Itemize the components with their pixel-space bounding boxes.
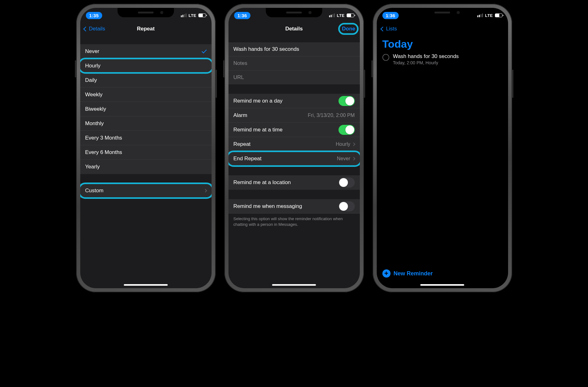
repeat-option-biweekly[interactable]: Biweekly — [80, 102, 212, 116]
row-label: Alarm — [234, 112, 247, 119]
reminder-complete-circle[interactable] — [382, 54, 389, 61]
option-label: Monthly — [85, 120, 104, 127]
repeat-row[interactable]: Repeat Hourly — [228, 137, 360, 151]
nav-title: Details — [285, 26, 303, 32]
repeat-option-monthly[interactable]: Monthly — [80, 116, 212, 131]
end-repeat-row[interactable]: End Repeat Never — [228, 151, 360, 166]
reminder-title-field[interactable]: Wash hands for 30 seconds — [228, 42, 360, 56]
reminder-item[interactable]: Wash hands for 30 seconds Today, 2:00 PM… — [377, 53, 508, 65]
row-label: Repeat — [234, 141, 251, 147]
repeat-options-section: Never Hourly Daily Weekly Biweekly Month… — [80, 44, 212, 174]
repeat-option-daily[interactable]: Daily — [80, 73, 212, 87]
plus-circle-icon: + — [382, 269, 391, 278]
reminder-subtitle: Today, 2:00 PM, Hourly — [393, 60, 459, 65]
remind-location-toggle[interactable] — [339, 178, 355, 188]
option-label: Daily — [85, 77, 97, 83]
remind-location-row[interactable]: Remind me at a location — [228, 175, 360, 190]
reminder-title: Wash hands for 30 seconds — [393, 53, 459, 60]
row-label: Remind me at a time — [234, 127, 283, 133]
nav-bar: Lists — [377, 22, 508, 36]
done-button[interactable]: Done — [342, 26, 355, 32]
chevron-right-icon — [352, 157, 355, 160]
chevron-left-icon — [83, 26, 88, 31]
chevron-right-icon — [203, 189, 207, 192]
messaging-section: Remind me when messaging Selecting this … — [228, 199, 360, 227]
row-label: End Repeat — [234, 156, 262, 162]
screen-details: 1:36 LTE Details Done Wash hands for 30 … — [228, 8, 360, 288]
remind-messaging-row[interactable]: Remind me when messaging — [228, 199, 360, 214]
remind-time-row[interactable]: Remind me at a time — [228, 123, 360, 137]
repeat-option-hourly[interactable]: Hourly — [80, 59, 212, 73]
location-section: Remind me at a location — [228, 175, 360, 190]
option-label: Every 3 Months — [85, 135, 122, 141]
screen-repeat: 1:35 LTE Details Repeat Never Hourly — [80, 8, 212, 288]
battery-icon — [198, 13, 206, 17]
done-label: Done — [342, 26, 355, 32]
home-indicator[interactable] — [420, 284, 464, 286]
repeat-option-3months[interactable]: Every 3 Months — [80, 131, 212, 145]
end-repeat-value: Never — [337, 156, 350, 162]
chevron-right-icon — [352, 142, 355, 146]
notch — [414, 8, 470, 17]
nav-title: Repeat — [137, 26, 155, 32]
remind-day-toggle[interactable] — [339, 96, 355, 106]
custom-section: Custom — [80, 183, 212, 198]
phone-frame-1: 1:35 LTE Details Repeat Never Hourly — [76, 4, 216, 292]
checkmark-icon — [202, 48, 207, 53]
back-label: Lists — [386, 26, 397, 32]
repeat-option-yearly[interactable]: Yearly — [80, 160, 212, 174]
messaging-footnote: Selecting this option will show the remi… — [228, 214, 360, 227]
url-field[interactable]: URL — [228, 71, 360, 84]
notch — [118, 8, 174, 17]
nav-bar: Details Repeat — [80, 22, 212, 36]
network-label: LTE — [337, 13, 344, 18]
network-label: LTE — [485, 13, 493, 18]
back-button[interactable]: Details — [84, 26, 105, 32]
today-heading: Today — [377, 36, 508, 53]
alarm-row[interactable]: Alarm Fri, 3/13/20, 2:00 PM — [228, 108, 360, 123]
home-indicator[interactable] — [272, 284, 316, 286]
battery-icon — [347, 13, 354, 17]
back-label: Details — [89, 26, 105, 32]
nav-bar: Details Done — [228, 22, 360, 36]
repeat-option-never[interactable]: Never — [80, 44, 212, 59]
remind-messaging-toggle[interactable] — [339, 201, 355, 211]
cell-signal-icon — [181, 13, 186, 17]
screen-today: 1:36 LTE Lists Today Wash hands for 30 s… — [377, 8, 508, 288]
row-label: Remind me at a location — [234, 179, 291, 186]
alarm-value: Fri, 3/13/20, 2:00 PM — [308, 113, 354, 118]
cell-signal-icon — [477, 13, 483, 17]
option-label: Custom — [85, 188, 104, 194]
row-label: Remind me when messaging — [234, 203, 302, 209]
row-label: Remind me on a day — [234, 98, 283, 104]
battery-icon — [495, 13, 502, 17]
repeat-option-weekly[interactable]: Weekly — [80, 87, 212, 102]
schedule-section: Remind me on a day Alarm Fri, 3/13/20, 2… — [228, 94, 360, 166]
title-notes-section: Wash hands for 30 seconds Notes URL — [228, 42, 360, 84]
reminder-title-text: Wash hands for 30 seconds — [234, 46, 299, 52]
network-label: LTE — [188, 13, 196, 18]
status-time: 1:35 — [86, 12, 102, 19]
option-label: Biweekly — [85, 106, 106, 112]
repeat-option-6months[interactable]: Every 6 Months — [80, 145, 212, 160]
cell-signal-icon — [329, 13, 335, 17]
notes-field[interactable]: Notes — [228, 56, 360, 71]
repeat-value: Hourly — [336, 141, 350, 147]
remind-day-row[interactable]: Remind me on a day — [228, 94, 360, 108]
placeholder-text: URL — [234, 74, 244, 80]
option-label: Never — [85, 48, 99, 55]
option-label: Hourly — [85, 63, 101, 69]
chevron-left-icon — [380, 26, 385, 31]
new-reminder-button[interactable]: + New Reminder — [382, 269, 433, 278]
status-time: 1:36 — [382, 12, 399, 19]
option-label: Weekly — [85, 92, 102, 98]
status-time: 1:36 — [234, 12, 250, 19]
remind-time-toggle[interactable] — [339, 125, 355, 135]
repeat-option-custom[interactable]: Custom — [80, 183, 212, 198]
option-label: Every 6 Months — [85, 149, 122, 156]
phone-frame-2: 1:36 LTE Details Done Wash hands for 30 … — [224, 4, 364, 292]
home-indicator[interactable] — [124, 284, 168, 286]
back-to-lists-button[interactable]: Lists — [379, 24, 400, 33]
new-reminder-label: New Reminder — [394, 270, 433, 277]
option-label: Yearly — [85, 164, 100, 170]
